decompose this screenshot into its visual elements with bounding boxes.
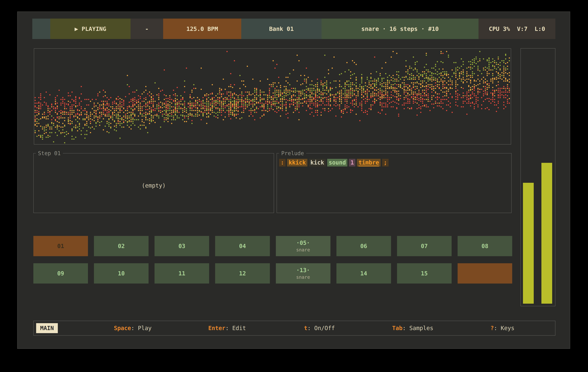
bank-label: Bank 01 [269, 26, 294, 32]
prelude-code-line[interactable]: :kkickkicksound1timbre; [277, 156, 511, 169]
step-cell-03[interactable]: 03 [155, 236, 209, 256]
level-meter-bar-left [523, 183, 534, 304]
step-grid: 01020304·05·snare06070809101112·13·snare… [33, 236, 512, 283]
step-cell-06[interactable]: 06 [336, 236, 391, 256]
hotkey-keys-desc: Keys [501, 325, 514, 332]
step-cell-01[interactable]: 01 [33, 236, 88, 256]
step-cell-number: ·13· [296, 267, 310, 273]
step-cell-number: 10 [118, 270, 125, 277]
step-cell-number: 02 [118, 243, 125, 250]
prelude-token-6[interactable]: ; [382, 159, 388, 167]
pattern-visualizer-panel [34, 48, 511, 144]
transport-status[interactable]: ▶ PLAYING [50, 19, 131, 39]
top-status-bar: ▶ PLAYING - 125.0 BPM Bank 01 snare · 16… [32, 19, 556, 39]
prelude-token-0[interactable]: : [279, 159, 285, 167]
hotkey-keys: ?: Keys [491, 321, 514, 335]
hotkey-onoff-key: t [304, 325, 307, 332]
step-cell-number: 09 [57, 270, 64, 277]
topbar-dash: - [131, 19, 163, 39]
play-icon-and-label: ▶ PLAYING [74, 26, 106, 32]
step-cell-sample: snare [296, 247, 310, 252]
step-cell-02[interactable]: 02 [94, 236, 148, 256]
hotkey-keys-key: ? [491, 325, 494, 332]
hotkey-edit: Enter: Edit [208, 321, 246, 335]
step-cell-number: 12 [239, 270, 246, 277]
step-cell-number: 08 [482, 243, 488, 250]
step-cell-number: 15 [421, 270, 428, 277]
hotkey-onoff: t: On/Off [304, 321, 335, 335]
prelude-token-5[interactable]: timbre [357, 159, 381, 167]
hotkey-samples-label: : [402, 325, 409, 332]
level-meter-bar-right [541, 163, 552, 304]
step-cell-11[interactable]: 11 [155, 263, 209, 283]
step-detail-empty: (empty) [34, 182, 274, 189]
mode-badge: MAIN [36, 323, 58, 333]
hotkey-samples: Tab: Samples [392, 321, 433, 335]
step-cell-04[interactable]: 04 [215, 236, 270, 256]
step-cell-13[interactable]: ·13·snare [276, 263, 330, 283]
hotkey-play-key: Space [114, 325, 131, 332]
track-info-label: snare · 16 steps · #10 [361, 26, 439, 32]
hotkey-play-label: : [131, 325, 138, 332]
step-cell-sample: snare [296, 274, 310, 280]
system-stats-label: CPU 3% V:7 L:0 [489, 26, 545, 32]
step-cell-09[interactable]: 09 [33, 263, 88, 283]
step-cell-number: 07 [421, 243, 428, 250]
track-info: snare · 16 steps · #10 [322, 19, 479, 39]
topbar-left-cap [32, 19, 50, 39]
pattern-visualizer-canvas [34, 49, 511, 144]
hotkey-edit-key: Enter [208, 325, 225, 332]
hotkey-onoff-desc: On/Off [314, 325, 335, 332]
bank-display[interactable]: Bank 01 [241, 19, 322, 39]
step-detail-title: Step 01 [36, 150, 63, 156]
system-stats: CPU 3% V:7 L:0 [479, 19, 556, 39]
step-cell-number: 14 [360, 270, 367, 277]
step-cell-08[interactable]: 08 [458, 236, 512, 256]
step-cell-15[interactable]: 15 [397, 263, 452, 283]
prelude-token-1[interactable]: kkick [287, 159, 307, 167]
hotkey-play-desc: Play [138, 325, 152, 332]
hotkey-keys-label: : [494, 325, 501, 332]
dash-label: - [145, 26, 149, 32]
bpm-label: 125.0 BPM [186, 26, 218, 32]
step-cell-number: 06 [360, 243, 367, 250]
prelude-token-2[interactable]: kick [309, 159, 326, 167]
step-cell-number: ·05· [296, 240, 310, 246]
step-cell-14[interactable]: 14 [336, 263, 391, 283]
prelude-token-3[interactable]: sound [327, 159, 347, 167]
bottom-hotkey-bar: MAIN Space: Play Enter: Edit t: On/Off T… [33, 321, 556, 336]
app-window: ▶ PLAYING - 125.0 BPM Bank 01 snare · 16… [17, 11, 570, 349]
hotkey-edit-desc: Edit [232, 325, 246, 332]
bpm-display[interactable]: 125.0 BPM [163, 19, 241, 39]
prelude-panel: Prelude :kkickkicksound1timbre; [277, 150, 512, 213]
step-cell-number: 11 [178, 270, 185, 277]
step-cell-16[interactable] [458, 263, 512, 283]
step-cell-10[interactable]: 10 [94, 263, 148, 283]
hotkey-edit-label: : [225, 325, 232, 332]
step-cell-05[interactable]: ·05·snare [276, 236, 330, 256]
step-cell-number: 03 [178, 243, 185, 250]
hotkey-onoff-label: : [307, 325, 314, 332]
prelude-token-4[interactable]: 1 [349, 159, 355, 167]
step-cell-12[interactable]: 12 [215, 263, 270, 283]
prelude-title: Prelude [279, 150, 306, 156]
level-meter-panel [521, 48, 556, 306]
step-cell-07[interactable]: 07 [397, 236, 452, 256]
step-cell-number: 04 [239, 243, 246, 250]
hotkey-samples-key: Tab [392, 325, 403, 332]
hotkey-play: Space: Play [114, 321, 152, 335]
hotkey-samples-desc: Samples [409, 325, 433, 332]
step-detail-panel: Step 01 (empty) [33, 150, 274, 213]
step-cell-number: 01 [57, 243, 64, 250]
